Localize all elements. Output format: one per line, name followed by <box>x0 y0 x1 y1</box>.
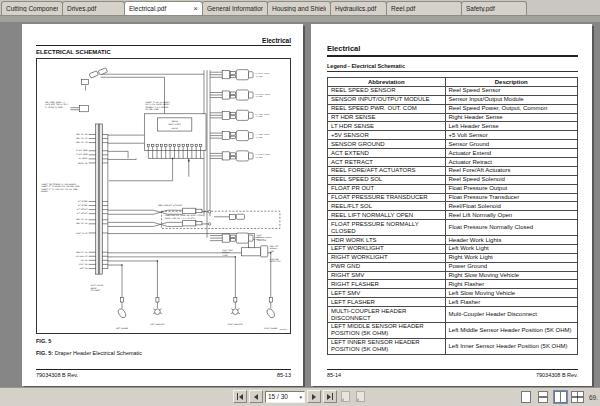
table-row: SENSOR GROUNDSensor Ground <box>328 140 578 149</box>
tab-housing-and-shields-pdf[interactable]: Housing and Shields.pdf <box>267 1 331 15</box>
schematic-label: DISCONNECT <box>91 289 101 292</box>
facing-pages-layout-button[interactable] <box>553 390 568 404</box>
table-row: RT HDR SENSERight Header Sense <box>328 113 578 122</box>
schematic-label: REEL/FLT SOL <box>76 251 88 254</box>
tab-electrical-pdf[interactable]: Electrical.pdf× <box>124 1 203 15</box>
previous-view-button[interactable] <box>339 390 352 403</box>
first-page-icon <box>237 393 239 400</box>
tab-reel-pdf[interactable]: Reel.pdf <box>386 1 462 15</box>
schematic-label: RT INNER SENSOR <box>256 113 270 116</box>
pdf-page-right: Electrical Legend - Electrical Schematic… <box>311 24 592 386</box>
tab-bar: Cutting Components....Drives.pdfElectric… <box>0 0 600 15</box>
table-row: SENSOR INPUT/OUTPUT MODULESensor Input/O… <box>328 95 578 104</box>
page-navigation: 15 / 30 ▾ <box>233 390 367 403</box>
page-footer-right-page: 85-14 79034308 B Rev. <box>327 369 578 378</box>
tab-safety-pdf[interactable]: Safety.pdf <box>461 1 527 15</box>
footer-page-number: 85-14 <box>327 372 341 378</box>
tab-label: Cutting Components.... <box>6 5 58 12</box>
schematic-label: +5V SENSOR <box>78 157 88 160</box>
schematic-drawing: REEL SPD PWRREEL SPD OUTREEL SPD COMRT H… <box>37 59 290 333</box>
document-area[interactable]: Electrical ELECTRICAL SCHEMATIC <box>0 22 600 389</box>
schematic-label: LEFT FLASHER <box>116 327 128 330</box>
figure-caption-ref: FIG. 5: <box>36 350 53 356</box>
chevron-down-icon[interactable]: ▾ <box>299 394 302 400</box>
schematic-label: LEFT WORKLIGHT <box>150 323 164 326</box>
column-header-description: Description <box>445 78 578 87</box>
page-number-value: 15 / 30 <box>268 393 299 400</box>
legend-title: Legend - Electrical Schematic <box>327 63 578 72</box>
table-row: LT HDR SENSELeft Header Sense <box>328 122 578 131</box>
next-page-button[interactable] <box>307 390 321 403</box>
first-page-button[interactable] <box>233 390 247 403</box>
schematic-label: HARNESS <box>41 190 48 193</box>
tab-general-information-pdf[interactable]: General Information.pdf <box>202 1 268 15</box>
table-row: REEL SPEED SOLReel Speed Solenoid <box>328 175 578 184</box>
schematic-label: ACT RETRACT <box>77 212 88 215</box>
schematic-label: CLOSED <box>222 254 228 257</box>
previous-page-button[interactable] <box>249 390 263 403</box>
last-page-button[interactable] <box>323 390 337 403</box>
tab-close-icon[interactable]: × <box>193 6 198 12</box>
schematic-label: (5K OHM) <box>256 75 263 78</box>
schematic-label: RESTRICTORS <box>270 260 281 263</box>
page-number-field[interactable]: 15 / 30 ▾ <box>265 391 305 403</box>
status-bar: 15 / 30 ▾ 69. <box>0 387 600 406</box>
table-row: HDR WORK LTSHeader Work Lights <box>328 236 578 245</box>
facing-continuous-layout-button[interactable] <box>570 390 585 404</box>
table-row: ACT RETRACTActuator Retract <box>328 158 578 167</box>
schematic-label: TABLES (USED FOR 9 & 4 CIRCUITS) <box>165 217 196 220</box>
schematic-label: REEL FORE/AFT ACTUATORS <box>158 204 182 207</box>
schematic-label: LT HDR SENSE <box>76 153 88 156</box>
single-page-layout-button[interactable] <box>519 390 534 404</box>
schematic-label: RIGHT WORKLIGHT <box>228 323 243 326</box>
schematic-label: (5K OHM) <box>256 95 263 98</box>
schematic-label: RT MIDDLE SENSOR <box>256 93 271 96</box>
footer-doc-number: 79034308 B Rev. <box>536 372 578 378</box>
tab-label: Hydraulics.pdf <box>335 5 382 12</box>
last-page-icon <box>332 393 334 400</box>
figure-caption: FIG. 5: Draper Header Electrical Schemat… <box>36 350 291 356</box>
schematic-label: ACT EXTEND <box>78 200 88 203</box>
schematic-label: (5K OHM) <box>256 156 263 159</box>
figure-number: FIG. 5 <box>36 338 291 344</box>
schematic-label: FLOAT PR OUT <box>76 232 88 235</box>
next-view-icon <box>356 391 365 402</box>
schematic-label: ACT EXTEND <box>78 204 88 207</box>
tab-label: Drives.pdf <box>67 5 120 12</box>
table-row: LEFT INNER SENSOR HEADER POSITION (5K OH… <box>328 338 578 354</box>
table-row: PWR GNDPower Ground <box>328 262 578 271</box>
page-footer-left-page: 79034308 B Rev. 85-13 <box>36 369 291 378</box>
schematic-label: ED04997A <box>280 328 287 331</box>
section-title: ELECTRICAL SCHEMATIC <box>36 49 291 55</box>
table-row: LEFT MIDDLE SENSOR HEADER POSITION (5K O… <box>328 322 578 338</box>
schematic-label: LT INNER SENSOR <box>256 133 270 136</box>
tab-drives-pdf[interactable]: Drives.pdf <box>62 1 125 15</box>
table-row: REEL SPEED SENSORReel Speed Sensor <box>328 86 578 95</box>
legend-table: Abbreviation Description REEL SPEED SENS… <box>327 77 578 355</box>
toolbar-band <box>0 15 600 22</box>
schematic-label: REEL SPD COM <box>76 141 88 144</box>
table-row: FLOAT PRESSURE NORMALLY CLOSEDFloat Pres… <box>328 220 578 236</box>
schematic-label: (5K OHM) <box>256 115 263 118</box>
next-view-button[interactable] <box>354 390 367 403</box>
pdf-viewer-window: Cutting Components....Drives.pdfElectric… <box>0 0 600 406</box>
zoom-level: 69. <box>589 394 598 401</box>
schematic-label: HDR WORK LTS <box>76 255 88 258</box>
schematic-label: TO SECURE TO FRAME <box>45 106 62 109</box>
schematic-label: RIGHT FLASHER <box>264 327 277 330</box>
table-row: LEFT SMVLeft Slow Moving Vehicle <box>328 289 578 298</box>
table-row: RIGHT WORKLIGHTRight Work Light <box>328 253 578 262</box>
previous-view-icon <box>341 391 350 402</box>
tab-cutting-components[interactable]: Cutting Components.... <box>1 1 63 15</box>
schematic-label: HEADER <box>91 287 97 289</box>
continuous-layout-button[interactable] <box>536 390 551 404</box>
table-row: MULTI-COUPLER HEADER DISCONNECTMulti-Cou… <box>328 307 578 323</box>
page-chapter-header: Electrical <box>36 37 291 46</box>
schematic-label: FOR REEL SPEED <box>145 108 159 111</box>
schematic-label: REEL SPD SOL <box>76 222 88 225</box>
single-page-icon <box>521 391 531 403</box>
schematic-label: REEL SPD OUT <box>76 137 88 140</box>
continuous-icon <box>538 391 548 403</box>
schematic-label: RT HDR SENSE <box>76 149 88 152</box>
tab-hydraulics-pdf[interactable]: Hydraulics.pdf <box>330 1 387 15</box>
